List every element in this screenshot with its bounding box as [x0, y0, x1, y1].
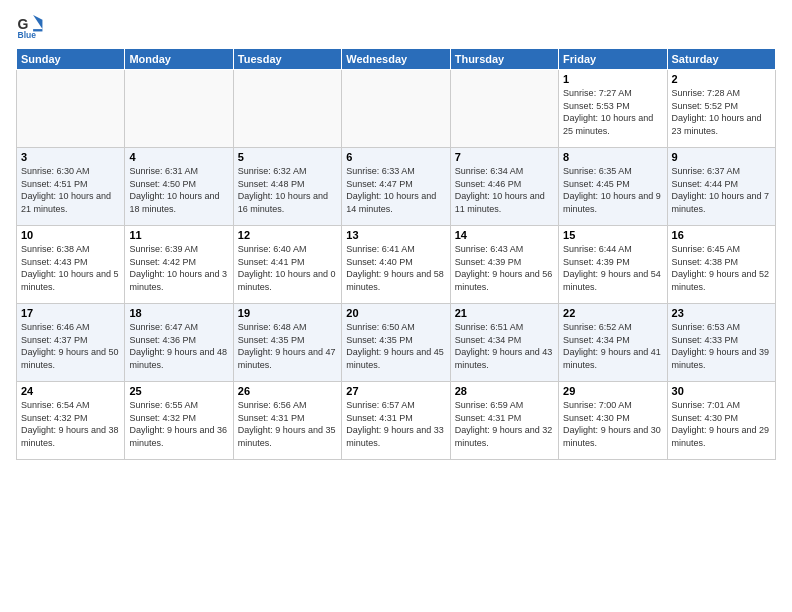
day-info: Sunrise: 6:56 AM Sunset: 4:31 PM Dayligh… [238, 399, 337, 449]
day-number: 10 [21, 229, 120, 241]
weekday-header-saturday: Saturday [667, 49, 775, 70]
day-number: 13 [346, 229, 445, 241]
day-number: 17 [21, 307, 120, 319]
day-number: 29 [563, 385, 662, 397]
calendar-day-cell: 22Sunrise: 6:52 AM Sunset: 4:34 PM Dayli… [559, 304, 667, 382]
page-header: G Blue [16, 12, 776, 40]
calendar-day-cell [342, 70, 450, 148]
weekday-header-monday: Monday [125, 49, 233, 70]
weekday-header-thursday: Thursday [450, 49, 558, 70]
calendar-day-cell [17, 70, 125, 148]
day-number: 16 [672, 229, 771, 241]
day-number: 11 [129, 229, 228, 241]
calendar-day-cell: 3Sunrise: 6:30 AM Sunset: 4:51 PM Daylig… [17, 148, 125, 226]
calendar-day-cell: 16Sunrise: 6:45 AM Sunset: 4:38 PM Dayli… [667, 226, 775, 304]
day-number: 3 [21, 151, 120, 163]
logo: G Blue [16, 12, 48, 40]
svg-text:Blue: Blue [18, 30, 37, 40]
calendar-week-row: 3Sunrise: 6:30 AM Sunset: 4:51 PM Daylig… [17, 148, 776, 226]
day-number: 9 [672, 151, 771, 163]
calendar-day-cell: 15Sunrise: 6:44 AM Sunset: 4:39 PM Dayli… [559, 226, 667, 304]
day-number: 27 [346, 385, 445, 397]
calendar-day-cell: 23Sunrise: 6:53 AM Sunset: 4:33 PM Dayli… [667, 304, 775, 382]
day-number: 5 [238, 151, 337, 163]
day-info: Sunrise: 6:31 AM Sunset: 4:50 PM Dayligh… [129, 165, 228, 215]
day-info: Sunrise: 6:47 AM Sunset: 4:36 PM Dayligh… [129, 321, 228, 371]
day-info: Sunrise: 6:43 AM Sunset: 4:39 PM Dayligh… [455, 243, 554, 293]
day-number: 20 [346, 307, 445, 319]
day-number: 8 [563, 151, 662, 163]
calendar-day-cell [125, 70, 233, 148]
calendar-day-cell: 27Sunrise: 6:57 AM Sunset: 4:31 PM Dayli… [342, 382, 450, 460]
logo-icon: G Blue [16, 12, 44, 40]
weekday-header-tuesday: Tuesday [233, 49, 341, 70]
day-number: 24 [21, 385, 120, 397]
day-info: Sunrise: 6:35 AM Sunset: 4:45 PM Dayligh… [563, 165, 662, 215]
calendar-day-cell: 28Sunrise: 6:59 AM Sunset: 4:31 PM Dayli… [450, 382, 558, 460]
calendar-day-cell: 6Sunrise: 6:33 AM Sunset: 4:47 PM Daylig… [342, 148, 450, 226]
day-number: 7 [455, 151, 554, 163]
calendar-week-row: 24Sunrise: 6:54 AM Sunset: 4:32 PM Dayli… [17, 382, 776, 460]
day-number: 15 [563, 229, 662, 241]
day-number: 21 [455, 307, 554, 319]
day-number: 2 [672, 73, 771, 85]
calendar-day-cell: 26Sunrise: 6:56 AM Sunset: 4:31 PM Dayli… [233, 382, 341, 460]
day-number: 30 [672, 385, 771, 397]
calendar-week-row: 1Sunrise: 7:27 AM Sunset: 5:53 PM Daylig… [17, 70, 776, 148]
day-info: Sunrise: 6:54 AM Sunset: 4:32 PM Dayligh… [21, 399, 120, 449]
calendar-day-cell: 17Sunrise: 6:46 AM Sunset: 4:37 PM Dayli… [17, 304, 125, 382]
day-info: Sunrise: 6:59 AM Sunset: 4:31 PM Dayligh… [455, 399, 554, 449]
calendar-day-cell: 20Sunrise: 6:50 AM Sunset: 4:35 PM Dayli… [342, 304, 450, 382]
day-number: 19 [238, 307, 337, 319]
day-info: Sunrise: 6:34 AM Sunset: 4:46 PM Dayligh… [455, 165, 554, 215]
calendar-week-row: 17Sunrise: 6:46 AM Sunset: 4:37 PM Dayli… [17, 304, 776, 382]
day-info: Sunrise: 6:33 AM Sunset: 4:47 PM Dayligh… [346, 165, 445, 215]
calendar-week-row: 10Sunrise: 6:38 AM Sunset: 4:43 PM Dayli… [17, 226, 776, 304]
day-info: Sunrise: 6:32 AM Sunset: 4:48 PM Dayligh… [238, 165, 337, 215]
calendar-day-cell: 1Sunrise: 7:27 AM Sunset: 5:53 PM Daylig… [559, 70, 667, 148]
day-info: Sunrise: 6:30 AM Sunset: 4:51 PM Dayligh… [21, 165, 120, 215]
calendar-day-cell: 9Sunrise: 6:37 AM Sunset: 4:44 PM Daylig… [667, 148, 775, 226]
day-info: Sunrise: 6:39 AM Sunset: 4:42 PM Dayligh… [129, 243, 228, 293]
calendar-day-cell: 30Sunrise: 7:01 AM Sunset: 4:30 PM Dayli… [667, 382, 775, 460]
calendar-day-cell: 13Sunrise: 6:41 AM Sunset: 4:40 PM Dayli… [342, 226, 450, 304]
calendar-page: G Blue SundayMondayTuesdayWednesdayThurs… [0, 0, 792, 612]
day-number: 4 [129, 151, 228, 163]
calendar-day-cell: 24Sunrise: 6:54 AM Sunset: 4:32 PM Dayli… [17, 382, 125, 460]
day-info: Sunrise: 6:37 AM Sunset: 4:44 PM Dayligh… [672, 165, 771, 215]
day-info: Sunrise: 7:01 AM Sunset: 4:30 PM Dayligh… [672, 399, 771, 449]
calendar-day-cell: 4Sunrise: 6:31 AM Sunset: 4:50 PM Daylig… [125, 148, 233, 226]
weekday-header-friday: Friday [559, 49, 667, 70]
day-number: 23 [672, 307, 771, 319]
day-number: 12 [238, 229, 337, 241]
day-info: Sunrise: 6:46 AM Sunset: 4:37 PM Dayligh… [21, 321, 120, 371]
day-info: Sunrise: 6:55 AM Sunset: 4:32 PM Dayligh… [129, 399, 228, 449]
day-info: Sunrise: 6:53 AM Sunset: 4:33 PM Dayligh… [672, 321, 771, 371]
calendar-day-cell [233, 70, 341, 148]
calendar-day-cell: 12Sunrise: 6:40 AM Sunset: 4:41 PM Dayli… [233, 226, 341, 304]
day-info: Sunrise: 6:45 AM Sunset: 4:38 PM Dayligh… [672, 243, 771, 293]
day-info: Sunrise: 6:57 AM Sunset: 4:31 PM Dayligh… [346, 399, 445, 449]
calendar-day-cell [450, 70, 558, 148]
calendar-day-cell: 18Sunrise: 6:47 AM Sunset: 4:36 PM Dayli… [125, 304, 233, 382]
day-info: Sunrise: 7:28 AM Sunset: 5:52 PM Dayligh… [672, 87, 771, 137]
calendar-day-cell: 7Sunrise: 6:34 AM Sunset: 4:46 PM Daylig… [450, 148, 558, 226]
day-info: Sunrise: 6:40 AM Sunset: 4:41 PM Dayligh… [238, 243, 337, 293]
day-number: 1 [563, 73, 662, 85]
day-info: Sunrise: 7:00 AM Sunset: 4:30 PM Dayligh… [563, 399, 662, 449]
day-number: 28 [455, 385, 554, 397]
calendar-day-cell: 5Sunrise: 6:32 AM Sunset: 4:48 PM Daylig… [233, 148, 341, 226]
day-number: 25 [129, 385, 228, 397]
day-number: 26 [238, 385, 337, 397]
day-info: Sunrise: 6:41 AM Sunset: 4:40 PM Dayligh… [346, 243, 445, 293]
calendar-day-cell: 21Sunrise: 6:51 AM Sunset: 4:34 PM Dayli… [450, 304, 558, 382]
calendar-day-cell: 11Sunrise: 6:39 AM Sunset: 4:42 PM Dayli… [125, 226, 233, 304]
calendar-day-cell: 2Sunrise: 7:28 AM Sunset: 5:52 PM Daylig… [667, 70, 775, 148]
calendar-day-cell: 14Sunrise: 6:43 AM Sunset: 4:39 PM Dayli… [450, 226, 558, 304]
calendar-day-cell: 8Sunrise: 6:35 AM Sunset: 4:45 PM Daylig… [559, 148, 667, 226]
calendar-day-cell: 29Sunrise: 7:00 AM Sunset: 4:30 PM Dayli… [559, 382, 667, 460]
day-number: 22 [563, 307, 662, 319]
day-info: Sunrise: 6:48 AM Sunset: 4:35 PM Dayligh… [238, 321, 337, 371]
day-number: 14 [455, 229, 554, 241]
calendar-day-cell: 19Sunrise: 6:48 AM Sunset: 4:35 PM Dayli… [233, 304, 341, 382]
